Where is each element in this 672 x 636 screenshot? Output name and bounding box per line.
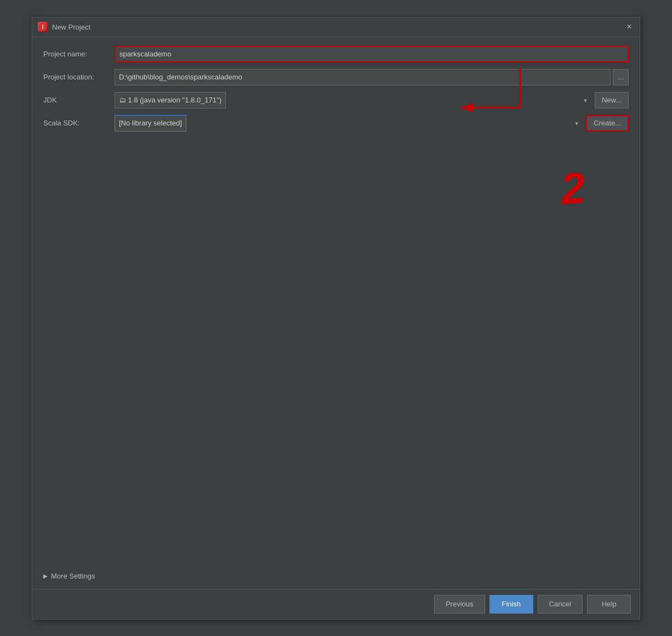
jdk-dropdown-arrow-icon: ▼ (583, 97, 588, 103)
jdk-select[interactable]: 🗂 1.8 (java version "1.8.0_171") (115, 92, 226, 108)
dialog-footer: Previous Finish Cancel Help (32, 589, 640, 619)
browse-button[interactable]: ... (613, 69, 629, 85)
scala-sdk-select[interactable]: [No library selected] (115, 115, 186, 131)
close-button[interactable]: × (624, 22, 634, 32)
title-bar: I New Project × (32, 18, 640, 37)
svg-text:I: I (42, 24, 44, 30)
jdk-new-button[interactable]: New... (595, 92, 629, 108)
cancel-button[interactable]: Cancel (538, 595, 583, 614)
project-name-label: Project name: (43, 50, 115, 58)
app-icon: I (38, 22, 48, 32)
scala-sdk-row: Scala SDK: [No library selected] ▼ Creat… (43, 115, 629, 131)
project-location-label: Project location: (43, 73, 115, 81)
jdk-row: JDK 🗂 1.8 (java version "1.8.0_171") ▼ N… (43, 92, 629, 108)
dialog-title: New Project (52, 23, 90, 31)
more-settings-arrow-icon: ▶ (43, 573, 48, 579)
scala-sdk-dropdown-arrow-icon: ▼ (574, 120, 579, 126)
jdk-select-group: 🗂 1.8 (java version "1.8.0_171") ▼ New..… (115, 92, 629, 108)
spacer (43, 138, 629, 568)
project-name-input[interactable] (115, 46, 629, 62)
project-location-row: Project location: ... (43, 69, 629, 85)
project-location-input-group: ... (115, 69, 629, 85)
new-project-dialog: I New Project × Project name: Project lo… (32, 17, 640, 620)
scala-sdk-label: Scala SDK: (43, 119, 115, 127)
jdk-label: JDK (43, 96, 115, 104)
create-button[interactable]: Create... (586, 115, 629, 131)
more-settings-label: More Settings (51, 572, 95, 580)
project-name-row: Project name: (43, 46, 629, 62)
scala-sdk-select-group: [No library selected] ▼ Create... (115, 115, 629, 131)
title-bar-left: I New Project (38, 22, 90, 32)
help-button[interactable]: Help (587, 595, 631, 614)
jdk-select-container: 🗂 1.8 (java version "1.8.0_171") ▼ (115, 92, 593, 108)
dialog-content: Project name: Project location: ... JDK … (32, 37, 640, 589)
scala-sdk-select-container: [No library selected] ▼ (115, 115, 584, 131)
finish-button[interactable]: Finish (489, 595, 533, 614)
previous-button[interactable]: Previous (434, 595, 485, 614)
more-settings[interactable]: ▶ More Settings (43, 568, 629, 580)
project-location-input[interactable] (115, 69, 611, 85)
